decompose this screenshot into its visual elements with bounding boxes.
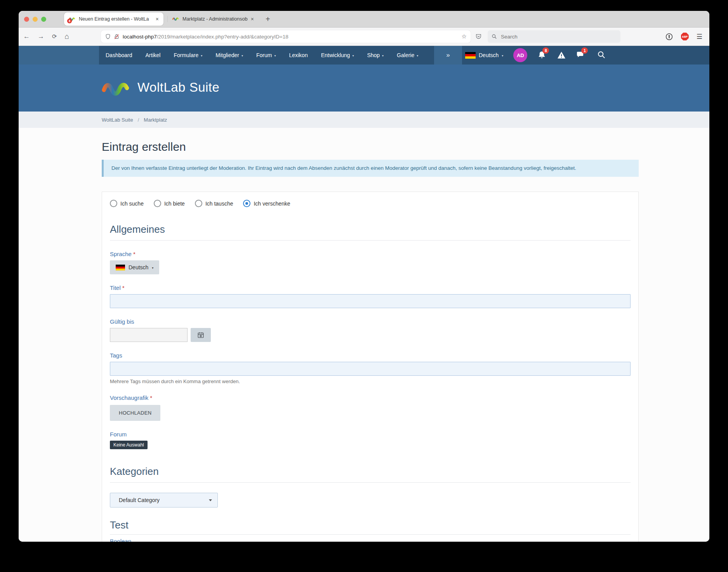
tags-field-label: Tags	[110, 352, 631, 359]
radio-ich-verschenke[interactable]: Ich verschenke	[243, 200, 290, 207]
pocket-icon[interactable]	[475, 33, 482, 41]
shield-icon[interactable]	[105, 33, 111, 40]
minimize-window-button[interactable]	[33, 17, 38, 22]
tags-input[interactable]	[110, 362, 631, 376]
upload-button[interactable]: HOCHLADEN	[110, 405, 160, 421]
adblock-icon[interactable]: ABP	[681, 33, 689, 40]
menu-item-formulare[interactable]: Formulare▾	[167, 46, 209, 65]
insecure-lock-icon[interactable]	[114, 34, 120, 40]
chevron-down-icon: ▾	[352, 54, 354, 58]
chevron-down-icon: ▾	[417, 54, 418, 58]
tags-help-text: Mehrere Tags müssen durch ein Komma getr…	[110, 378, 631, 384]
home-button[interactable]: ⌂	[65, 32, 69, 41]
language-label: Deutsch	[479, 52, 499, 58]
valid-until-input[interactable]	[110, 328, 188, 342]
url-bar[interactable]: localhost-php7/2019/marketplace/index.ph…	[101, 30, 471, 43]
notification-count-badge: 8	[542, 47, 549, 54]
radio-circle-checked	[243, 200, 250, 207]
chevron-down-icon: ▾	[152, 266, 153, 270]
language-switcher[interactable]: Deutsch ▾	[465, 52, 503, 59]
date-picker-button[interactable]	[191, 328, 211, 342]
back-button[interactable]: ←	[23, 33, 30, 40]
title-field-label: Titel*	[110, 284, 631, 291]
valid-until-field-label: Gültig bis	[110, 318, 631, 325]
menu-item-shop[interactable]: Shop▾	[360, 46, 390, 65]
section-title-kategorien: Kategorien	[110, 466, 631, 483]
moderation-button[interactable]	[557, 51, 566, 60]
menu-item-mitglieder[interactable]: Mitglieder▾	[209, 46, 250, 65]
notifications-button[interactable]: 8	[537, 51, 547, 60]
entry-form: Ich suche Ich biete Ich tausche Ich vers…	[102, 192, 639, 542]
search-button[interactable]	[597, 51, 606, 60]
entry-type-radio-group: Ich suche Ich biete Ich tausche Ich vers…	[110, 200, 631, 207]
chevron-down-icon	[209, 499, 212, 501]
tab-close-icon[interactable]: ×	[156, 16, 159, 22]
new-tab-button[interactable]: +	[266, 15, 270, 24]
window-controls	[24, 17, 46, 22]
browser-search-bar[interactable]	[488, 30, 620, 43]
menu-item-entwicklung[interactable]: Entwicklung▾	[314, 46, 361, 65]
page-title: Eintrag erstellen	[102, 140, 639, 153]
bookmark-star-icon[interactable]: ☆	[462, 33, 467, 40]
avatar[interactable]: AD	[513, 48, 527, 62]
password-manager-icon[interactable]	[665, 33, 673, 41]
menu-icon[interactable]: ☰	[697, 33, 702, 41]
tab-favicon	[172, 16, 179, 22]
close-window-button[interactable]	[24, 17, 29, 22]
breadcrumb-current-link[interactable]: Marktplatz	[144, 117, 167, 123]
main-menu: Dashboard Artikel Formulare▾ Mitglieder▾…	[99, 46, 425, 65]
moderation-notice: Der von Ihnen verfasste Eintrag unterlie…	[102, 160, 639, 177]
menu-item-lexikon[interactable]: Lexikon	[282, 46, 314, 65]
page-content: Eintrag erstellen Der von Ihnen verfasst…	[19, 128, 709, 542]
language-select-button[interactable]: Deutsch ▾	[110, 260, 159, 274]
preview-image-field-label: Vorschaugrafik*	[110, 394, 631, 401]
chevron-down-icon: ▾	[274, 54, 276, 58]
menu-item-artikel[interactable]: Artikel	[139, 46, 167, 65]
menu-item-galerie[interactable]: Galerie▾	[390, 46, 425, 65]
german-flag-icon	[116, 265, 125, 270]
category-select[interactable]: Default Category	[110, 493, 218, 507]
site-header: WoltLab Suite	[19, 65, 709, 112]
title-input[interactable]	[110, 294, 631, 308]
url-path: /2019/marketplace/index.php?entry-add/&c…	[157, 34, 288, 40]
message-count-badge: 1	[581, 47, 588, 54]
woltlab-logo-icon	[102, 78, 130, 96]
tab-close-icon[interactable]: ×	[251, 16, 254, 22]
tab-inactive[interactable]: Marktplatz - Administrationsobe ×	[167, 16, 259, 22]
calendar-icon	[197, 331, 204, 338]
tab-unread-badge: 8	[67, 19, 72, 23]
radio-ich-tausche[interactable]: Ich tausche	[195, 200, 233, 207]
tab-active[interactable]: 8 Neuen Eintrag erstellen - WoltLa ×	[64, 12, 163, 26]
menu-item-forum[interactable]: Forum▾	[250, 46, 282, 65]
browser-search-input[interactable]	[500, 33, 599, 40]
conversations-button[interactable]: 1	[576, 51, 586, 60]
search-icon	[597, 51, 606, 59]
url-domain: localhost-php7	[123, 34, 157, 40]
forward-button[interactable]: →	[38, 33, 44, 40]
radio-circle	[154, 200, 161, 207]
url-text[interactable]: localhost-php7/2019/marketplace/index.ph…	[123, 34, 459, 40]
tab-title: Neuen Eintrag erstellen - WoltLa	[79, 16, 153, 22]
menu-item-dashboard[interactable]: Dashboard	[99, 46, 139, 65]
tab-bar: 8 Neuen Eintrag erstellen - WoltLa × Mar…	[19, 11, 709, 28]
menu-overflow-button[interactable]: »	[434, 46, 462, 65]
chevron-down-icon: ▾	[242, 54, 243, 58]
chevron-down-icon: ▾	[382, 54, 384, 58]
required-marker: *	[133, 251, 136, 257]
site-logo[interactable]: WoltLab Suite	[102, 78, 219, 96]
maximize-window-button[interactable]	[41, 17, 46, 22]
required-marker: *	[150, 394, 152, 401]
browser-window: 8 Neuen Eintrag erstellen - WoltLa × Mar…	[19, 11, 709, 542]
warning-triangle-icon	[557, 51, 566, 60]
radio-ich-biete[interactable]: Ich biete	[154, 200, 185, 207]
reload-button[interactable]: ⟳	[52, 33, 57, 40]
navbar-left-spacer	[19, 46, 99, 65]
tab-favicon: 8	[69, 16, 76, 22]
breadcrumb-bar: WoltLab Suite / Marktplatz	[19, 112, 709, 128]
chevron-down-icon: ▾	[502, 54, 503, 58]
forum-selection-badge[interactable]: Keine Auswahl	[110, 441, 148, 449]
chevron-down-icon: ▾	[201, 54, 202, 58]
breadcrumb-home-link[interactable]: WoltLab Suite	[102, 117, 133, 123]
radio-ich-suche[interactable]: Ich suche	[110, 200, 144, 207]
forum-field-label: Forum	[110, 431, 631, 438]
